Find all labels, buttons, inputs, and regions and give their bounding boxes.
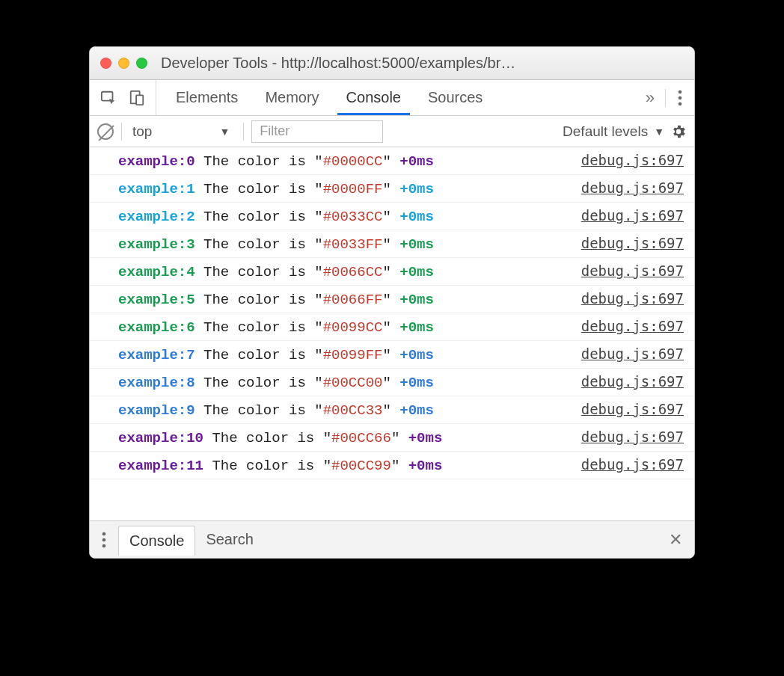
- log-namespace: example:1: [118, 181, 195, 197]
- levels-label: Default levels: [563, 123, 648, 140]
- console-row: example:4 The color is "#0066CC" +0msdeb…: [90, 258, 694, 286]
- svg-point-4: [679, 96, 682, 99]
- source-link[interactable]: debug.js:697: [581, 456, 684, 473]
- drawer-tab-search[interactable]: Search: [195, 525, 263, 554]
- source-link[interactable]: debug.js:697: [581, 179, 684, 196]
- log-hex: #0033FF: [323, 236, 383, 253]
- console-row: example:0 The color is "#0000CC" +0msdeb…: [90, 147, 694, 175]
- log-timing: +0ms: [399, 319, 434, 336]
- log-hex: #00CC99: [331, 458, 391, 474]
- svg-rect-2: [136, 95, 143, 105]
- zoom-window-button[interactable]: [136, 58, 147, 69]
- source-link[interactable]: debug.js:697: [581, 318, 684, 334]
- svg-point-6: [102, 532, 106, 535]
- log-timing: +0ms: [399, 236, 434, 253]
- chevron-down-icon: ▼: [654, 126, 664, 138]
- clear-console-button[interactable]: [97, 123, 114, 140]
- tab-console[interactable]: Console: [333, 80, 414, 115]
- log-message: The color is ": [195, 153, 323, 170]
- filter-input[interactable]: [251, 120, 383, 143]
- titlebar: Developer Tools - http://localhost:5000/…: [90, 47, 694, 80]
- log-timing: +0ms: [399, 402, 434, 419]
- console-row: example:1 The color is "#0000FF" +0msdeb…: [90, 175, 694, 203]
- log-namespace: example:4: [118, 264, 195, 280]
- log-levels-select[interactable]: Default levels ▼: [563, 123, 687, 140]
- source-link[interactable]: debug.js:697: [581, 345, 684, 362]
- console-output: example:0 The color is "#0000CC" +0msdeb…: [90, 147, 694, 520]
- log-timing: +0ms: [399, 264, 434, 280]
- console-row: example:10 The color is "#00CC66" +0msde…: [90, 424, 694, 452]
- log-timing: +0ms: [399, 153, 434, 170]
- chevron-down-icon: ▼: [219, 126, 230, 138]
- source-link[interactable]: debug.js:697: [581, 235, 684, 251]
- log-message: The color is ": [195, 181, 323, 197]
- source-link[interactable]: debug.js:697: [581, 152, 684, 168]
- log-message: The color is ": [195, 236, 323, 253]
- tab-memory[interactable]: Memory: [251, 80, 332, 115]
- log-timing: +0ms: [399, 292, 434, 308]
- drawer-menu-button[interactable]: [90, 532, 118, 548]
- log-message: The color is ": [195, 347, 323, 363]
- log-hex: #00CC33: [323, 402, 383, 419]
- log-hex: #0033CC: [323, 209, 383, 225]
- log-hex: #0099FF: [323, 347, 383, 363]
- svg-point-3: [679, 90, 682, 93]
- console-filterbar: top ▼ Default levels ▼: [90, 116, 694, 147]
- svg-point-8: [102, 544, 106, 547]
- window-title: Developer Tools - http://localhost:5000/…: [161, 55, 684, 72]
- console-row: example:11 The color is "#00CC99" +0msde…: [90, 452, 694, 479]
- log-namespace: example:9: [118, 402, 195, 419]
- log-hex: #00CC00: [323, 375, 383, 391]
- log-message: The color is ": [195, 264, 323, 280]
- log-timing: +0ms: [399, 181, 434, 197]
- more-panels-button[interactable]: »: [635, 88, 665, 108]
- log-message: The color is ": [203, 430, 331, 446]
- source-link[interactable]: debug.js:697: [581, 401, 684, 417]
- console-row: example:2 The color is "#0033CC" +0msdeb…: [90, 203, 694, 230]
- console-row: example:7 The color is "#0099FF" +0msdeb…: [90, 341, 694, 369]
- drawer-tab-console[interactable]: Console: [118, 526, 195, 556]
- log-namespace: example:10: [118, 430, 203, 446]
- log-namespace: example:0: [118, 153, 195, 170]
- inspect-element-icon[interactable]: [100, 90, 117, 106]
- log-hex: #0066FF: [323, 292, 383, 308]
- log-message: The color is ": [203, 458, 331, 474]
- context-label: top: [132, 123, 152, 140]
- devtools-menu-button[interactable]: [666, 90, 694, 106]
- execution-context-select[interactable]: top ▼: [129, 123, 236, 140]
- panel-tabbar: ElementsMemoryConsoleSources »: [90, 80, 694, 116]
- log-hex: #0099CC: [323, 319, 383, 336]
- console-row: example:5 The color is "#0066FF" +0msdeb…: [90, 286, 694, 313]
- tab-sources[interactable]: Sources: [414, 80, 496, 115]
- log-hex: #0000FF: [323, 181, 383, 197]
- log-message: The color is ": [195, 375, 323, 391]
- tab-elements[interactable]: Elements: [162, 80, 251, 115]
- source-link[interactable]: debug.js:697: [581, 428, 684, 445]
- log-message: The color is ": [195, 292, 323, 308]
- log-namespace: example:6: [118, 319, 195, 336]
- device-toolbar-icon[interactable]: [129, 90, 145, 106]
- minimize-window-button[interactable]: [118, 58, 129, 69]
- source-link[interactable]: debug.js:697: [581, 373, 684, 390]
- gear-icon[interactable]: [670, 123, 687, 140]
- source-link[interactable]: debug.js:697: [581, 290, 684, 307]
- log-hex: #0000CC: [323, 153, 383, 170]
- console-row: example:9 The color is "#00CC33" +0msdeb…: [90, 396, 694, 424]
- log-hex: #00CC66: [331, 430, 391, 446]
- log-namespace: example:3: [118, 236, 195, 253]
- log-timing: +0ms: [408, 430, 443, 446]
- log-namespace: example:2: [118, 209, 195, 225]
- log-message: The color is ": [195, 319, 323, 336]
- devtools-window: Developer Tools - http://localhost:5000/…: [89, 46, 695, 559]
- console-row: example:6 The color is "#0099CC" +0msdeb…: [90, 313, 694, 341]
- log-timing: +0ms: [399, 347, 434, 363]
- source-link[interactable]: debug.js:697: [581, 207, 684, 224]
- close-window-button[interactable]: [100, 58, 111, 69]
- log-timing: +0ms: [399, 209, 434, 225]
- source-link[interactable]: debug.js:697: [581, 262, 684, 279]
- traffic-lights: [100, 58, 147, 69]
- log-timing: +0ms: [408, 458, 443, 474]
- log-hex: #0066CC: [323, 264, 383, 280]
- drawer: Console Search ✕: [90, 520, 694, 558]
- close-drawer-button[interactable]: ✕: [657, 530, 694, 550]
